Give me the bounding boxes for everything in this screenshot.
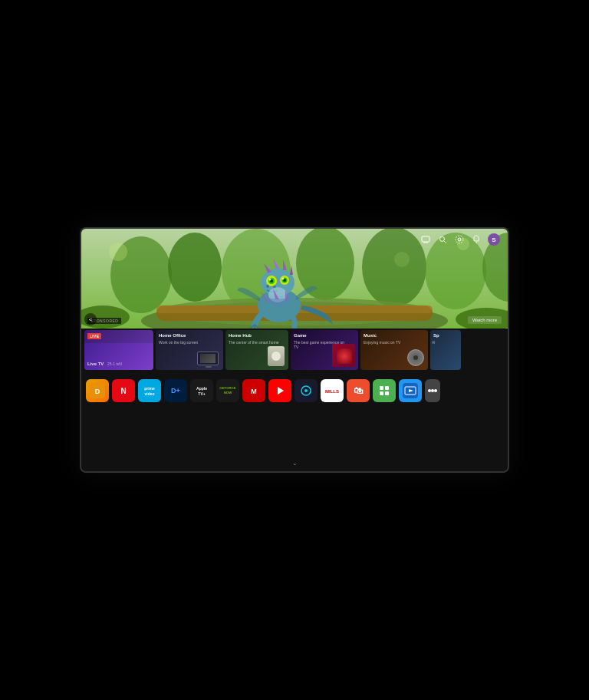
svg-point-84 xyxy=(431,389,434,392)
card-game[interactable]: Game The best game experience on TV xyxy=(291,330,358,370)
app-live-panel[interactable] xyxy=(399,379,422,402)
app-geforce-now[interactable]: GEFORCENOW xyxy=(216,379,239,402)
live-badge: LIVE xyxy=(87,333,101,339)
svg-text:D+: D+ xyxy=(171,387,180,395)
scroll-indicator: ⌄ xyxy=(292,460,298,467)
app-lesmills[interactable]: MILLS xyxy=(321,379,344,402)
app-mnet[interactable]: M xyxy=(242,379,265,402)
card-home-hub-subtitle: The center of the smart home xyxy=(229,340,279,345)
app-youtube[interactable] xyxy=(268,379,291,402)
profile-avatar[interactable]: S xyxy=(488,233,500,246)
card-sports-sub: Al xyxy=(432,340,435,345)
app-alexa[interactable] xyxy=(294,379,318,402)
svg-point-85 xyxy=(434,389,437,392)
svg-rect-57 xyxy=(190,383,213,398)
svg-point-2 xyxy=(439,236,444,241)
notification-icon[interactable] xyxy=(471,234,482,245)
card-music-title: Music xyxy=(364,333,377,338)
app-apps-grid[interactable] xyxy=(373,379,396,402)
svg-point-69 xyxy=(304,389,308,392)
svg-text:N: N xyxy=(120,387,126,395)
svg-text:NOW: NOW xyxy=(224,391,232,395)
app-shopee[interactable]: 🛍 xyxy=(347,379,370,402)
card-game-title: Game xyxy=(294,333,307,338)
svg-text:video: video xyxy=(144,391,154,396)
app-more[interactable] xyxy=(425,379,440,402)
svg-text:D: D xyxy=(95,388,100,395)
svg-text:MILLS: MILLS xyxy=(325,389,339,394)
card-home-office-title: Home Office xyxy=(159,333,186,338)
svg-text:M: M xyxy=(251,388,257,395)
svg-text:Apple: Apple xyxy=(196,386,207,391)
svg-rect-52 xyxy=(138,383,161,398)
music-disc-icon xyxy=(407,349,424,366)
svg-rect-0 xyxy=(422,236,429,242)
svg-point-83 xyxy=(428,389,431,392)
card-home-hub-title: Home Hub xyxy=(229,333,252,338)
app-disney-plus[interactable]: D+ xyxy=(164,379,187,402)
app-disney-channel[interactable]: D xyxy=(86,379,109,402)
svg-point-35 xyxy=(269,279,271,281)
svg-text:TV+: TV+ xyxy=(198,391,205,396)
svg-rect-76 xyxy=(385,386,389,390)
tv-frame: S xyxy=(80,227,509,473)
svg-text:GEFORCE: GEFORCE xyxy=(219,386,236,390)
svg-text:prime: prime xyxy=(144,386,155,391)
card-home-office[interactable]: Home Office Work on the big screen xyxy=(156,330,223,370)
card-home-office-subtitle: Work on the big screen xyxy=(159,340,212,345)
app-prime-video[interactable]: primevideo xyxy=(138,379,161,402)
svg-point-21 xyxy=(394,252,410,267)
apps-row: D N primevideo D+ AppleTV+ GEFORCENOW M … xyxy=(81,376,508,405)
card-music-subtitle: Enjoying music on TV xyxy=(364,340,417,345)
card-live-tv-channel: Live TV xyxy=(87,362,104,366)
svg-point-5 xyxy=(456,236,463,243)
svg-text:🛍: 🛍 xyxy=(354,385,364,396)
card-sports[interactable]: Sp Al xyxy=(430,330,461,370)
svg-rect-78 xyxy=(385,391,389,395)
settings-icon[interactable] xyxy=(454,234,465,245)
cards-row: LIVE Live TV 25-1 tvN Home Office Work o… xyxy=(81,330,508,372)
svg-point-4 xyxy=(458,238,461,241)
svg-line-3 xyxy=(444,241,446,243)
svg-rect-74 xyxy=(377,383,392,398)
top-bar: S xyxy=(81,229,508,250)
card-home-hub[interactable]: Home Hub The center of the smart home xyxy=(225,330,288,370)
search-icon[interactable] xyxy=(437,234,448,245)
card-live-tv-sub: 25-1 tvN xyxy=(107,362,122,366)
card-sports-title: Sp xyxy=(433,333,439,338)
svg-rect-75 xyxy=(380,386,383,390)
card-live-tv[interactable]: LIVE Live TV 25-1 tvN xyxy=(84,330,153,370)
card-music[interactable]: Music Enjoying music on TV xyxy=(360,330,428,370)
watch-more-button[interactable]: Watch more xyxy=(468,316,502,324)
svg-point-36 xyxy=(282,278,285,280)
svg-point-37 xyxy=(266,285,269,288)
svg-rect-77 xyxy=(380,391,383,395)
app-apple-tv[interactable]: AppleTV+ xyxy=(190,379,213,402)
tv-input-icon[interactable] xyxy=(420,234,431,245)
prev-arrow-button[interactable]: < xyxy=(84,313,97,325)
app-netflix[interactable]: N xyxy=(112,379,135,402)
